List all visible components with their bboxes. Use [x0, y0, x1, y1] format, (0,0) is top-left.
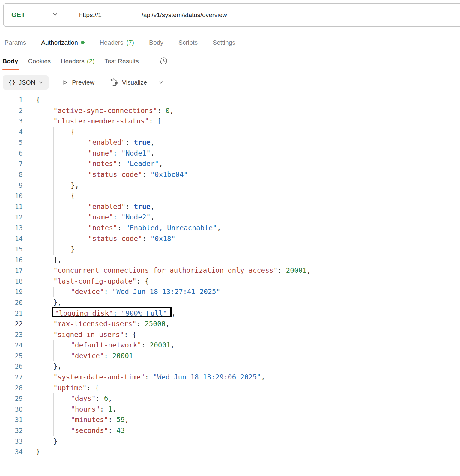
- indent-guide: [36, 137, 53, 148]
- indent-guide: [53, 351, 71, 361]
- json-token-k: "active-sync-connections": [53, 107, 157, 115]
- method-selector[interactable]: GET: [11, 11, 25, 19]
- json-token-k: "enabled": [88, 138, 126, 146]
- json-token-p: ,: [217, 224, 221, 232]
- json-token-p: :: [100, 405, 108, 413]
- indent-guide: [36, 297, 53, 308]
- json-token-n: 59: [116, 416, 125, 424]
- json-token-k: "hours": [71, 405, 100, 413]
- line-number: 16: [0, 255, 23, 266]
- json-token-p: :: [113, 213, 121, 221]
- code-line: 5"enabled": true,: [0, 137, 460, 148]
- json-token-k: "system-date-and-time": [53, 373, 145, 381]
- json-token-p: :: [108, 427, 117, 434]
- json-token-p: {: [71, 128, 75, 136]
- json-token-s: "Leader": [126, 160, 159, 168]
- more-options-button[interactable]: [158, 80, 163, 85]
- request-tab-scripts[interactable]: Scripts: [178, 39, 198, 46]
- line-number: 34: [0, 447, 23, 457]
- indent-guide: [53, 212, 71, 223]
- code-line-content: "status-code": "0x1bc04": [36, 169, 188, 180]
- request-tab-params[interactable]: Params: [4, 39, 26, 46]
- response-tab-cookies[interactable]: Cookies: [28, 58, 51, 65]
- response-tab-count: (2): [87, 58, 95, 65]
- line-number: 17: [0, 265, 23, 276]
- json-token-p: : {: [87, 384, 99, 392]
- code-line: 1{: [0, 95, 460, 106]
- response-tabs-divider: [149, 57, 149, 66]
- request-tab-label: Scripts: [178, 39, 198, 46]
- line-number: 7: [0, 159, 23, 169]
- code-line-content: }: [36, 244, 75, 255]
- line-number: 30: [0, 404, 23, 415]
- preview-button[interactable]: Preview: [62, 79, 94, 86]
- line-number: 1: [0, 95, 23, 106]
- code-line-content: }: [36, 447, 40, 457]
- indent-guide: [36, 180, 53, 191]
- visualize-button-label: Visualize: [122, 79, 147, 86]
- toolbar-divider: [154, 77, 154, 88]
- request-tab-authorization[interactable]: Authorization: [41, 39, 85, 46]
- indent-guide: [71, 148, 88, 159]
- line-number: 5: [0, 137, 23, 148]
- json-token-k: "name": [88, 149, 113, 157]
- format-selector[interactable]: {} JSON: [3, 75, 49, 90]
- json-token-p: ,: [170, 341, 175, 349]
- code-line: 29"days": 6,: [0, 393, 460, 404]
- indent-guide: [36, 159, 53, 169]
- line-number: 27: [0, 372, 23, 383]
- json-token-k: "notes": [88, 224, 117, 232]
- indent-guide: [71, 201, 88, 212]
- request-tab-body[interactable]: Body: [149, 39, 163, 46]
- json-token-k: "notes": [88, 160, 117, 168]
- sparkle-wand-icon: [109, 78, 119, 87]
- chevron-down-icon: [158, 80, 163, 85]
- indent-guide: [36, 212, 53, 223]
- json-token-k: "device": [71, 288, 104, 296]
- indent-guide: [36, 340, 53, 351]
- json-token-p: ,: [172, 309, 176, 317]
- response-tab-label: Cookies: [28, 58, 51, 65]
- line-number: 26: [0, 361, 23, 372]
- request-tab-headers[interactable]: Headers(7): [100, 39, 134, 46]
- line-number: 20: [0, 297, 23, 308]
- json-token-k: "concurrent-connections-for-authorizatio…: [53, 266, 278, 274]
- json-token-p: ,: [125, 416, 129, 424]
- json-token-s: "0x18": [151, 235, 175, 242]
- response-tab-body[interactable]: Body: [2, 58, 18, 65]
- code-line: 4{: [0, 127, 460, 138]
- json-token-p: }: [36, 448, 40, 456]
- request-tab-settings[interactable]: Settings: [213, 39, 235, 46]
- code-line: 7"notes": "Leader",: [0, 159, 460, 169]
- code-line-content: "device": 20001: [36, 351, 133, 361]
- url-host-text[interactable]: https://1: [79, 11, 102, 19]
- json-token-p: ],: [53, 256, 62, 264]
- response-tab-test-results[interactable]: Test Results: [104, 58, 139, 65]
- indent-guide: [36, 287, 53, 297]
- indent-guide: [36, 372, 53, 383]
- url-path-text[interactable]: /api/v1/system/status/overview: [142, 11, 227, 19]
- indent-guide: [53, 234, 71, 244]
- response-tab-label: Headers: [61, 58, 84, 65]
- line-number: 9: [0, 180, 23, 191]
- code-line: 10{: [0, 191, 460, 201]
- line-number: 24: [0, 340, 23, 351]
- code-line: 31"minutes": 59,: [0, 415, 460, 425]
- json-token-p: ,: [166, 320, 170, 328]
- code-line-content: "max-licensed-users": 25000,: [36, 319, 170, 329]
- code-line-content: "status-code": "0x18": [36, 234, 175, 244]
- indent-guide: [36, 148, 53, 159]
- visualize-button[interactable]: Visualize: [109, 78, 147, 87]
- json-token-p: }: [71, 245, 75, 253]
- code-line-content: "signed-in-users": {: [36, 329, 136, 340]
- code-line: 11"enabled": true,: [0, 201, 460, 212]
- chevron-down-icon[interactable]: [52, 11, 58, 19]
- code-line-content: "concurrent-connections-for-authorizatio…: [36, 265, 311, 276]
- response-body-json[interactable]: 1{2"active-sync-connections": 0,3"cluste…: [0, 95, 460, 457]
- response-tab-headers[interactable]: Headers(2): [61, 58, 94, 65]
- json-token-n: 1: [108, 405, 112, 413]
- indent-guide: [71, 137, 88, 148]
- code-line: 30"hours": 1,: [0, 404, 460, 415]
- request-tab-label: Settings: [213, 39, 235, 46]
- history-button[interactable]: [159, 57, 168, 66]
